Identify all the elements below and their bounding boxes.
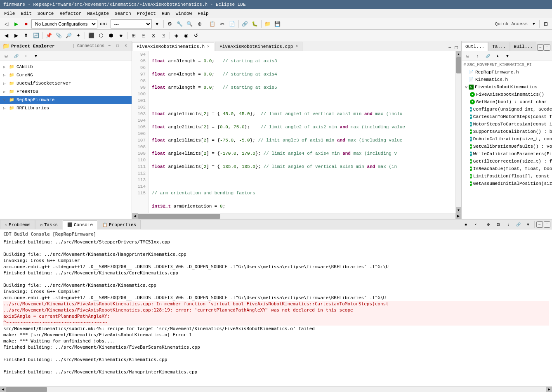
toolbar-btn-2[interactable]: 🔧 bbox=[175, 19, 184, 28]
tab-properties[interactable]: 📋 Properties bbox=[98, 220, 141, 229]
tb2-btn19[interactable]: ↺ bbox=[191, 31, 201, 40]
console-btn4[interactable]: ⊡ bbox=[494, 220, 503, 229]
stop-btn[interactable]: ■ bbox=[21, 19, 31, 28]
menu-file[interactable]: File bbox=[2, 10, 17, 17]
tab-fiveaxis-h[interactable]: FiveAxisRobotKinematics.h × bbox=[132, 42, 214, 51]
run-btn[interactable]: ▶ bbox=[12, 19, 21, 28]
link-editor-btn[interactable]: 🔗 bbox=[12, 52, 21, 61]
tb2-btn13[interactable]: ⊞ bbox=[129, 31, 138, 40]
tab-outline[interactable]: Outl... bbox=[462, 42, 488, 51]
console-btn1[interactable]: ■ bbox=[461, 220, 470, 229]
console-scroll-left[interactable]: ◀ bbox=[0, 387, 6, 392]
console-btn7[interactable]: ▼ bbox=[524, 220, 533, 229]
editor-max-btn[interactable]: □ bbox=[453, 44, 460, 51]
minimize-left-btn[interactable]: − bbox=[106, 43, 113, 50]
console-hscrollbar[interactable]: ◀ ▶ bbox=[0, 386, 552, 392]
tb2-btn1[interactable]: ◀ bbox=[2, 31, 11, 40]
new-btn[interactable]: + bbox=[21, 52, 31, 61]
back-btn[interactable]: ◁ bbox=[2, 19, 11, 28]
tab-console[interactable]: ⬛ Console bbox=[63, 220, 97, 229]
outline-btn1[interactable]: ⊟ bbox=[463, 52, 472, 61]
hscroll-thumb[interactable] bbox=[138, 214, 220, 219]
outline-method-supports[interactable]: ● SupportsAutoCalibration() : bo bbox=[462, 128, 552, 135]
tb2-btn8[interactable]: ✦ bbox=[74, 31, 83, 40]
scroll-up-btn[interactable]: ▲ bbox=[456, 51, 462, 57]
toolbar-btn-11[interactable]: 💾 bbox=[273, 19, 282, 28]
outline-method-writecalib[interactable]: ● WriteCalibrationParameters(Fil bbox=[462, 150, 552, 158]
scroll-down-btn[interactable]: ▼ bbox=[456, 207, 462, 213]
tb2-btn2[interactable]: ▶ bbox=[12, 31, 21, 40]
outline-method-limitpos[interactable]: ● LimitPosition(float[], const flo bbox=[462, 172, 552, 180]
console-btn2[interactable]: × bbox=[471, 220, 480, 229]
toolbar-btn-8[interactable]: 🔗 bbox=[241, 19, 250, 28]
target-dropdown[interactable]: --- bbox=[111, 19, 152, 28]
toolbar-btn-6[interactable]: ✂ bbox=[218, 19, 227, 28]
tb2-btn6[interactable]: 📎 bbox=[54, 31, 63, 40]
tb2-btn17[interactable]: ◈ bbox=[172, 31, 181, 40]
editor-min-btn[interactable]: − bbox=[446, 44, 453, 51]
toolbar-btn-7[interactable]: 📄 bbox=[228, 19, 237, 28]
tab-tasks[interactable]: ☑ Tasks bbox=[35, 220, 62, 229]
bottom-max-btn[interactable]: □ bbox=[544, 221, 550, 228]
outline-method-getassumed[interactable]: ● GetAssumedInitialPosition(size bbox=[462, 180, 552, 187]
code-area[interactable]: float arm3length = 0.0; // starting at a… bbox=[149, 51, 455, 213]
toolbar-btn-4[interactable]: ⊕ bbox=[195, 19, 204, 28]
outline-method-getname[interactable]: ● GetName(bool) : const char bbox=[462, 98, 552, 106]
scroll-thumb[interactable] bbox=[456, 57, 461, 73]
outline-btn5[interactable]: ▼ bbox=[503, 52, 512, 61]
close-left-btn[interactable]: × bbox=[123, 43, 129, 50]
tree-coreng[interactable]: ▷ 📁 CoreNG bbox=[0, 71, 132, 79]
scroll-left-btn[interactable]: ◀ bbox=[132, 213, 138, 219]
tb2-btn16[interactable]: ⊡ bbox=[159, 31, 168, 40]
console-btn3[interactable]: ⊕ bbox=[484, 220, 493, 229]
tb2-btn4[interactable]: 🔄 bbox=[31, 31, 40, 40]
outline-method-motorsteps[interactable]: ● MotorStepsToCartesian(const i bbox=[462, 120, 552, 128]
menu-navigate[interactable]: Navigate bbox=[85, 10, 111, 17]
tb2-btn11[interactable]: ⬢ bbox=[106, 31, 116, 40]
quick-access-btn[interactable]: ▼ bbox=[530, 19, 538, 28]
right-max-btn[interactable]: □ bbox=[544, 44, 550, 51]
right-min-btn[interactable]: − bbox=[537, 44, 544, 51]
tab-fiveaxis-cpp[interactable]: FiveAxisRobotKinematics.cpp × bbox=[215, 42, 302, 51]
toolbar-btn-1[interactable]: ⚙ bbox=[165, 19, 175, 28]
tree-freertos[interactable]: ▷ 📁 FreeRTOS bbox=[0, 87, 132, 96]
console-btn5[interactable]: ↕ bbox=[504, 220, 513, 229]
tab-fiveaxis-cpp-close[interactable]: × bbox=[295, 44, 298, 49]
menu-source[interactable]: Source bbox=[35, 10, 57, 17]
tree-duet[interactable]: ▷ 📁 DuetWifiSocketServer bbox=[0, 79, 132, 87]
console-btn6[interactable]: 🔗 bbox=[514, 220, 523, 229]
tab-build[interactable]: Buil... bbox=[510, 42, 536, 51]
menu-search[interactable]: Search bbox=[112, 10, 134, 17]
tree-rrflib[interactable]: ▷ 📁 RRFLibraries bbox=[0, 104, 132, 112]
menu-window[interactable]: Window bbox=[173, 10, 195, 17]
menu-run[interactable]: Run bbox=[159, 10, 172, 17]
menu-edit[interactable]: Edit bbox=[18, 10, 34, 17]
tb2-btn14[interactable]: ⊟ bbox=[139, 31, 148, 40]
menu-project[interactable]: Project bbox=[134, 10, 158, 17]
outline-method-constructor[interactable]: ● FiveAxisRobotKinematics() bbox=[462, 91, 552, 98]
outline-method-doauto[interactable]: ● DoAutoCalibration(size_t, cons bbox=[462, 135, 552, 143]
outline-method-gettilt[interactable]: ● GetTiltCorrection(size_t) : float bbox=[462, 158, 552, 165]
toolbar-btn-10[interactable]: 📁 bbox=[263, 19, 272, 28]
outline-method-cartesian[interactable]: ● CartesianToMotorSteps(const f bbox=[462, 113, 552, 120]
tab-fiveaxis-h-close[interactable]: × bbox=[207, 45, 210, 49]
outline-class-fiveaxis[interactable]: ▽ C FiveAxisRobotKinematics bbox=[462, 83, 552, 91]
outline-method-setcalib[interactable]: ● SetCalibrationDefaults() : void bbox=[462, 143, 552, 150]
tb2-btn3[interactable]: ⬆ bbox=[21, 31, 31, 40]
collapse-all-btn[interactable]: ⊟ bbox=[2, 52, 11, 61]
toolbar-btn-5[interactable]: 📋 bbox=[208, 19, 217, 28]
outline-kinematics-h[interactable]: 📄 Kinematics.h bbox=[462, 76, 552, 83]
outline-btn4[interactable]: ★ bbox=[493, 52, 502, 61]
tab-tasks[interactable]: Ta... bbox=[488, 42, 510, 51]
outline-btn3[interactable]: 🔗 bbox=[483, 52, 492, 61]
outline-reprapfirmware-h[interactable]: 📄 RepRapFirmware.h bbox=[462, 68, 552, 76]
launch-config-dropdown[interactable]: No Launch Configurations bbox=[31, 19, 97, 28]
tb2-btn9[interactable]: ⬛ bbox=[87, 31, 96, 40]
bottom-min-btn[interactable]: − bbox=[536, 221, 543, 228]
tb2-btn10[interactable]: ⬡ bbox=[97, 31, 106, 40]
console-hthumb[interactable] bbox=[6, 387, 47, 392]
console-scroll-right[interactable]: ▶ bbox=[546, 387, 552, 392]
tb2-btn18[interactable]: ◉ bbox=[182, 31, 191, 40]
outline-method-isreachable[interactable]: ● IsReachable(float, float, bool) bbox=[462, 165, 552, 172]
tb2-btn15[interactable]: ⊠ bbox=[149, 31, 158, 40]
